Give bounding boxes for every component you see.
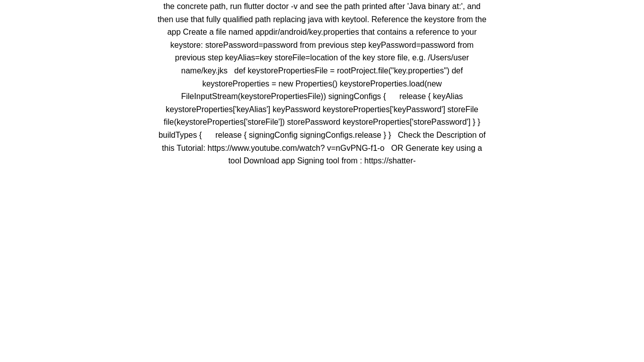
text-block: the concrete path, run flutter doctor -v… xyxy=(146,0,498,362)
instruction-text: the concrete path, run flutter doctor -v… xyxy=(156,0,488,167)
content-area: the concrete path, run flutter doctor -v… xyxy=(0,0,644,362)
